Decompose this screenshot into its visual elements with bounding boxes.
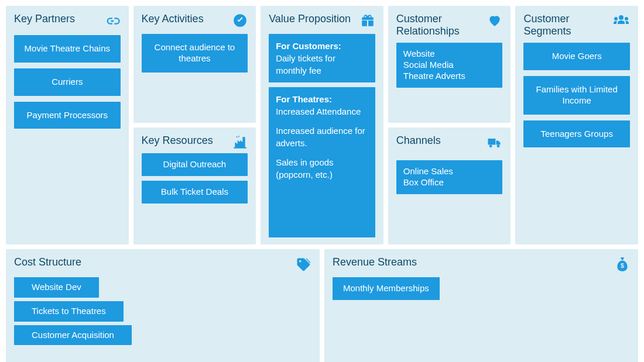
panel-header: Key Activities — [142, 13, 248, 28]
panel-title: Customer Segments — [523, 13, 612, 37]
panel-items: Online Sales Box Office — [396, 160, 503, 194]
vp-heading: For Theatres: — [276, 93, 368, 105]
panel-header: Customer Segments — [523, 13, 630, 37]
panel-channels: Channels Online Sales Box Office — [388, 127, 511, 244]
panel-items: Website Social Media Theatre Adverts — [396, 43, 503, 87]
vp-theatres: For Theatres: Increased Attendance Incre… — [269, 87, 375, 237]
panel-header: Value Proposition — [269, 13, 375, 28]
item-line: Social Media — [403, 60, 496, 71]
panel-items: Website Dev Tickets to Theatres Customer… — [14, 277, 311, 345]
item-box: Bulk Ticket Deals — [142, 181, 248, 204]
panel-revenue-streams: Revenue Streams $ Monthly Memberships — [324, 249, 638, 362]
tags-icon — [295, 256, 311, 273]
panel-title: Channels — [396, 135, 441, 147]
check-circle-icon — [232, 13, 248, 28]
svg-point-4 — [497, 145, 500, 148]
panel-header: Channels — [396, 135, 503, 151]
svg-text:$: $ — [621, 262, 624, 269]
panel-items: Movie Theatre Chains Curriers Payment Pr… — [14, 35, 121, 129]
vp-body: Increased audience for adverts. — [276, 125, 368, 149]
link-icon — [104, 13, 121, 29]
panel-title: Key Activities — [142, 13, 204, 25]
panel-title: Cost Structure — [14, 256, 81, 268]
svg-point-1 — [237, 136, 238, 137]
item-box: Curriers — [14, 68, 121, 96]
item-box: Customer Acquisition — [14, 325, 132, 346]
item-line: Online Sales — [403, 166, 496, 177]
users-icon — [612, 13, 630, 28]
vp-customers: For Customers: Daily tickets for monthly… — [269, 34, 375, 82]
svg-point-5 — [619, 15, 624, 20]
vp-body: Daily tickets for monthly fee — [276, 52, 368, 77]
item-box: Families with Limited Income — [523, 76, 630, 115]
svg-point-3 — [489, 145, 492, 148]
gift-icon — [360, 13, 375, 28]
panel-items: Connect audience to theatres — [142, 34, 248, 73]
item-box: Tickets to Theatres — [14, 301, 124, 322]
panel-title: Key Resources — [142, 135, 213, 147]
item-box: Connect audience to theatres — [142, 34, 248, 73]
svg-point-6 — [614, 17, 618, 20]
panel-header: Key Resources — [142, 135, 248, 150]
vp-body: Sales in goods (popcorn, etc.) — [276, 156, 368, 181]
panel-items: Digital Outreach Bulk Ticket Deals — [142, 153, 248, 204]
panel-items: Monthly Memberships — [333, 277, 630, 300]
panel-key-resources: Key Resources Digital Outreach Bulk Tick… — [133, 127, 256, 244]
item-line: Theatre Adverts — [403, 71, 496, 82]
item-box: Movie Goers — [523, 43, 630, 70]
panel-header: Revenue Streams $ — [333, 256, 630, 273]
panel-title: Customer Relationships — [396, 13, 488, 37]
panel-header: Cost Structure — [14, 256, 311, 273]
panel-key-activities: Key Activities Connect audience to theat… — [133, 6, 256, 123]
panel-title: Key Partners — [14, 13, 75, 25]
business-model-canvas: Key Partners Movie Theatre Chains Currie… — [6, 6, 638, 356]
heart-icon — [487, 13, 502, 28]
svg-point-7 — [625, 17, 628, 20]
panel-cost-structure: Cost Structure Website Dev Tickets to Th… — [6, 249, 320, 362]
panel-header: Customer Relationships — [396, 13, 503, 37]
svg-point-2 — [238, 136, 239, 137]
vp-body: Increased Attendance — [276, 105, 368, 118]
panel-items: For Customers: Daily tickets for monthly… — [269, 34, 375, 237]
panel-title: Revenue Streams — [333, 256, 417, 268]
panel-header: Key Partners — [14, 13, 121, 29]
item-box: Monthly Memberships — [333, 277, 440, 300]
panel-key-partners: Key Partners Movie Theatre Chains Currie… — [6, 6, 129, 244]
item-box: Website Social Media Theatre Adverts — [396, 43, 503, 87]
item-box: Online Sales Box Office — [396, 160, 503, 194]
item-box: Payment Processors — [14, 102, 121, 129]
panel-customer-relationships: Customer Relationships Website Social Me… — [388, 6, 511, 123]
item-line: Website — [403, 49, 496, 60]
panel-customer-segments: Customer Segments Movie Goers Families w… — [515, 6, 638, 244]
item-line: Box Office — [403, 177, 496, 188]
factory-icon — [232, 135, 248, 150]
item-box: Teenagers Groups — [523, 120, 630, 148]
money-bag-icon: $ — [615, 256, 630, 273]
panel-items: Movie Goers Families with Limited Income… — [523, 43, 630, 147]
vp-heading: For Customers: — [276, 40, 368, 52]
item-box: Digital Outreach — [142, 153, 248, 176]
truck-icon — [486, 135, 502, 151]
item-box: Movie Theatre Chains — [14, 35, 121, 63]
panel-value-proposition: Value Proposition For Customers: Daily t… — [261, 6, 383, 244]
panel-title: Value Proposition — [269, 13, 351, 25]
item-box: Website Dev — [14, 277, 99, 298]
